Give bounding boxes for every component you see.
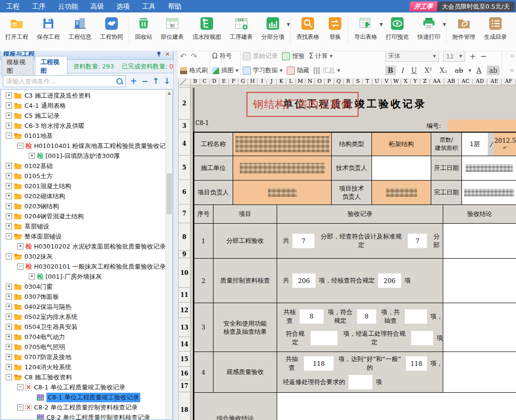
attachment-button[interactable]: 附件管理	[448, 16, 480, 42]
expand-icon[interactable]: +	[6, 334, 12, 340]
tree-item[interactable]: +0307饰面板	[1, 292, 166, 302]
italic-button[interactable]: I	[399, 66, 406, 75]
expand-icon[interactable]: +	[17, 243, 23, 250]
tree-item-label[interactable]: 0102基础	[24, 162, 53, 170]
raw-record-button[interactable]: 原始记录	[243, 52, 278, 60]
row-header[interactable]: 2	[178, 88, 191, 120]
case-button[interactable]: ab	[487, 66, 500, 75]
insert-image-button[interactable]: 插图▼	[212, 66, 238, 75]
expand-icon[interactable]: +	[6, 354, 12, 360]
symbol-button[interactable]: Ω 符号	[212, 52, 232, 60]
strike-caret-icon[interactable]: ▼	[468, 68, 471, 73]
tree-item[interactable]: +0705电气照明	[1, 342, 166, 352]
value-box[interactable]: 206	[378, 273, 401, 288]
tree-item-label[interactable]: C5 施工记录	[24, 112, 59, 120]
subscript-button[interactable]: X₂	[437, 66, 450, 75]
tree-item[interactable]: −0302抹灰	[1, 251, 166, 261]
tree-item[interactable]: +0105土方	[1, 171, 166, 181]
value-box[interactable]: 7	[408, 234, 427, 248]
increase-font-button[interactable]: +	[470, 52, 476, 61]
align-center-button[interactable]	[510, 69, 514, 72]
underline-button[interactable]: U	[409, 66, 419, 75]
expand-icon[interactable]: +	[6, 294, 12, 300]
expand-icon[interactable]: +	[29, 273, 35, 280]
process-table-button[interactable]: 123工序建表	[225, 16, 257, 42]
tree-item-label[interactable]: C3 施工进度及造价资料	[24, 91, 90, 100]
floors-value[interactable]: 1层	[462, 133, 488, 156]
cell-structure-type[interactable]: 桁架结构	[371, 132, 431, 156]
tree-item-label[interactable]: H01010401 粉煤灰地基工程检验批质量验收记:	[34, 142, 166, 150]
expand-button[interactable]: +	[130, 77, 137, 85]
expand-icon[interactable]: +	[6, 102, 12, 109]
row-header[interactable]: 4	[178, 132, 191, 156]
collapse-button[interactable]: −	[141, 77, 148, 85]
tree-item-label[interactable]: H03020101 一般抹灰工程检验批质量验收记录	[34, 262, 166, 271]
footer-body[interactable]	[277, 392, 516, 420]
value-box[interactable]	[311, 331, 337, 345]
collapse-icon[interactable]: −	[6, 374, 12, 380]
close-icon[interactable]: ✕	[165, 51, 170, 57]
collapse-icon[interactable]: −	[6, 253, 12, 260]
tree-item-label[interactable]: C4-1 通用表格	[24, 102, 66, 110]
record-conclusion[interactable]	[443, 303, 516, 352]
pin-icon[interactable]	[157, 52, 161, 56]
align-left-button[interactable]	[504, 69, 508, 72]
row-header[interactable]: 13	[178, 318, 191, 337]
cell-floors-area[interactable]: 1层 / 2012.5㎡	[461, 132, 516, 156]
record-conclusion[interactable]	[443, 223, 516, 259]
tree-item[interactable]: +0203钢结构	[1, 201, 166, 211]
record-content[interactable]: 共7分部，经查符合设计及标准规定7分部	[277, 223, 443, 259]
tree-item-label[interactable]: 0704电气动力	[24, 333, 65, 341]
tree-item-label[interactable]: C8-2 单位工程质量控制资料核查记录	[46, 413, 150, 420]
tree-item[interactable]: +0202砌体结构	[1, 191, 166, 201]
row-header[interactable]: 14	[178, 337, 191, 352]
row-header[interactable]: 5	[178, 156, 191, 180]
print-preview-button[interactable]: 打印预览	[381, 16, 413, 42]
prev-button[interactable]: ↑	[153, 77, 159, 85]
collapse-icon[interactable]: −	[6, 133, 12, 139]
part-table-button[interactable]: 部部位建表	[157, 16, 188, 42]
row-header[interactable]: 11	[178, 288, 191, 303]
record-conclusion[interactable]	[443, 258, 516, 303]
tree-item[interactable]: +0502室内排水系统	[1, 312, 166, 322]
record-content[interactable]: 共抽查118项，达到“好”和“一般”的118项， 经返修处理符合要求的项	[277, 352, 443, 393]
expand-icon[interactable]: +	[6, 344, 12, 350]
tree-item-label-selected[interactable]: C8-1 单位工程质量竣工验收记录	[46, 393, 140, 402]
replace-button[interactable]: 替换	[324, 16, 347, 42]
value-box[interactable]	[411, 331, 433, 345]
tree-item[interactable]: −0101地基	[1, 131, 166, 141]
tree-item[interactable]: +0504卫生器具安装	[1, 322, 166, 332]
record-content[interactable]: 共核查8项，符合规定8项，共抽查项， 符合规定项，经返工处理符合规定项	[277, 303, 443, 352]
tree-item[interactable]: +0201混凝土结构	[1, 181, 166, 191]
tree-scrollbar[interactable]: ▲	[166, 90, 172, 420]
tree-item[interactable]: +检[001]-回填防冻炉渣300厚	[1, 151, 166, 161]
row-header[interactable]: 18	[178, 392, 191, 420]
menu-item-3[interactable]: 云功能	[52, 0, 84, 12]
expand-icon[interactable]: +	[6, 193, 12, 199]
row-header[interactable]: 15	[178, 352, 191, 367]
number-cell[interactable]	[448, 120, 516, 132]
strikethrough-button[interactable]: ab	[452, 66, 465, 75]
tree-item-label[interactable]: [001]-回填防冻炉渣300厚	[45, 152, 120, 160]
tree-item-label[interactable]: 0304门窗	[24, 283, 53, 291]
menu-item-2[interactable]: 工序	[26, 0, 52, 12]
tree-item[interactable]: +0704电气动力	[1, 332, 166, 342]
tree-item[interactable]: −检H03020101 一般抹灰工程检验批质量验收记录	[1, 261, 166, 272]
expand-icon[interactable]: +	[6, 364, 12, 370]
save-project-button[interactable]: 保存工程	[33, 16, 64, 42]
cell-start-date[interactable]	[461, 156, 516, 181]
record-conclusion[interactable]	[443, 352, 516, 393]
expand-icon[interactable]: +	[6, 213, 12, 219]
value-box[interactable]: 8	[357, 309, 376, 324]
project-collab-button[interactable]: 工程协同	[96, 16, 127, 42]
tree-item[interactable]: +0304门窗	[1, 282, 166, 292]
tree-item[interactable]: +C3 施工进度及造价资料	[1, 91, 166, 101]
menu-item-1[interactable]: 工程	[0, 0, 26, 12]
tree-item-label[interactable]: 0101地基	[24, 132, 53, 140]
toc-button[interactable]: 生成目录	[480, 16, 511, 42]
cell-construction-unit[interactable]	[233, 156, 332, 181]
tree-item-label[interactable]: C8-2 单位工程质量控制资料核查记录	[34, 403, 137, 412]
tree-item[interactable]: +1204消火栓系统	[1, 362, 166, 372]
learning-data-button[interactable]: 学习数据▼	[243, 66, 282, 75]
align-middle-button[interactable]	[510, 55, 514, 57]
